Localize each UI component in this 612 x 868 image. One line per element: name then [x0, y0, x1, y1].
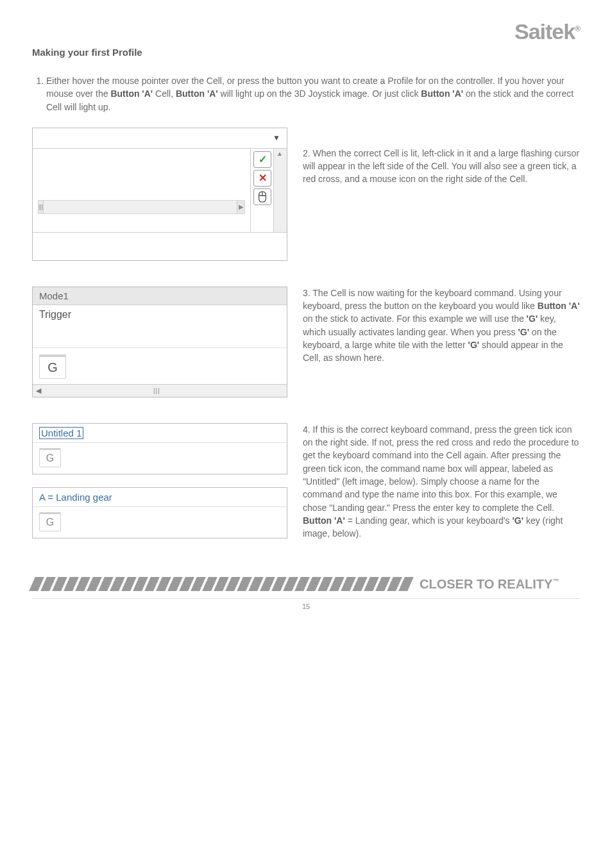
figure-untitled-panel: Untitled 1 G	[32, 423, 287, 474]
mode-header: Mode1	[33, 287, 287, 305]
cross-icon[interactable]: ✕	[253, 170, 271, 187]
paragraph-3: 3. The Cell is now waiting for the keybo…	[303, 287, 580, 397]
brand-logo: Saitek®	[32, 19, 580, 44]
tick-icon[interactable]: ✓	[253, 151, 271, 168]
key-cell[interactable]: G	[33, 348, 287, 384]
scroll-arrow-left-icon: ◀	[33, 387, 44, 395]
para3-g3: 'G'	[468, 340, 480, 350]
step-1: Either hover the mouse pointer over the …	[46, 74, 580, 113]
section-title: Making your first Profile	[32, 47, 580, 58]
scroll-thumb-icon: |||	[153, 387, 160, 394]
command-name-value: Untitled 1	[39, 427, 83, 439]
para4-a: 4. If this is the correct keyboard comma…	[303, 424, 579, 513]
figure2-scrollbar[interactable]: ◀ |||	[33, 384, 287, 397]
step1-text-c: will light up on the 3D Joystick image. …	[221, 88, 421, 99]
brand-text: Saitek	[514, 19, 575, 44]
figure-mode-panel: Mode1 Trigger G ◀ |||	[32, 287, 287, 397]
figure1-scrollbar-vertical[interactable]	[274, 149, 287, 232]
paragraph-4: 4. If this is the correct keyboard comma…	[303, 423, 580, 551]
para4-b: = Landing gear, which is your keyboard's	[348, 515, 513, 526]
figure1-bottom-area	[33, 232, 287, 260]
footer-slogan: CLOSER TO REALITY™	[420, 577, 559, 592]
para3-g2: 'G'	[518, 327, 529, 337]
key-tile-g-small-1: G	[39, 448, 61, 467]
figure1-cell-area[interactable]: ||| ▶	[33, 149, 251, 232]
command-name-input[interactable]: Untitled 1	[33, 424, 287, 443]
page-number: 15	[32, 598, 580, 610]
trigger-label: Trigger	[33, 305, 287, 348]
scroll-handle-left-icon: |||	[38, 201, 44, 213]
footer-slogan-text: CLOSER TO REALITY	[420, 577, 552, 591]
para3-b: on the stick to activate. For this examp…	[303, 313, 527, 324]
figure1-dropdown[interactable]	[33, 128, 287, 149]
command-name-label: A = Landing gear	[33, 488, 287, 507]
figure-cell-panel: ||| ▶ ✓ ✕	[32, 128, 287, 261]
footer-tm: ™	[552, 578, 559, 585]
figure-landing-gear-panel: A = Landing gear G	[32, 487, 287, 538]
mouse-icon[interactable]	[253, 188, 271, 205]
step1-button-a-2: Button 'A'	[176, 88, 218, 99]
step1-text-b: Cell,	[155, 88, 176, 99]
brand-mark: ®	[575, 24, 580, 33]
para3-a: 3. The Cell is now waiting for the keybo…	[303, 288, 562, 311]
figure1-scrollbar-horizontal[interactable]: ||| ▶	[38, 200, 245, 214]
para4-button-a: Button 'A'	[303, 515, 345, 526]
footer: CLOSER TO REALITY™	[32, 577, 580, 592]
step1-button-a-3: Button 'A'	[421, 88, 463, 99]
key-tile-g: G	[39, 355, 66, 379]
paragraph-2: 2. When the correct Cell is lit, left-cl…	[303, 128, 580, 261]
para3-button-a: Button 'A'	[538, 301, 580, 311]
para3-g1: 'G'	[527, 313, 538, 324]
para4-g: 'G'	[512, 515, 523, 526]
step1-button-a-1: Button 'A'	[110, 88, 153, 99]
scroll-arrow-right-icon: ▶	[237, 201, 244, 213]
key-tile-g-small-2: G	[39, 512, 61, 531]
slashes-icon	[32, 577, 413, 591]
